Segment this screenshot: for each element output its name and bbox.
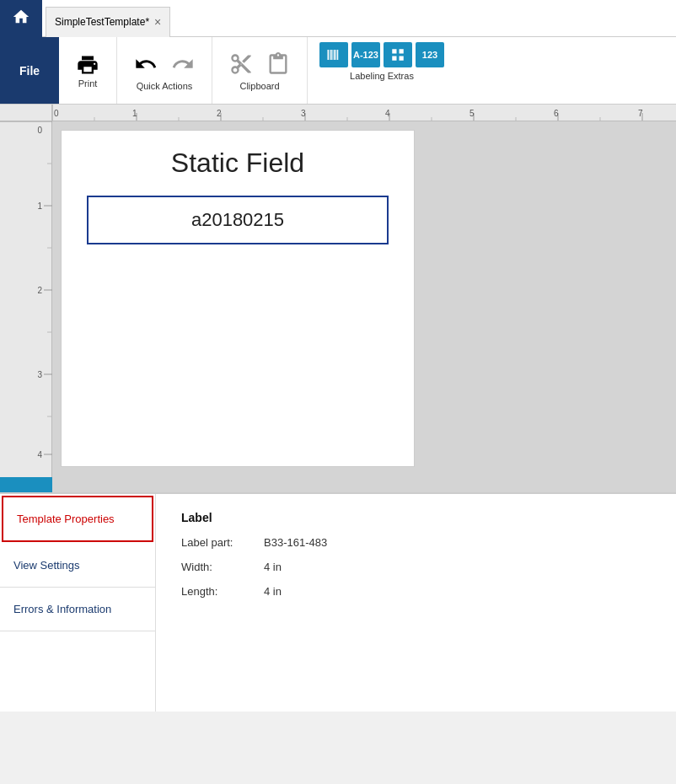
tab-close-button[interactable]: × xyxy=(154,15,161,29)
editor-area: 0 1 2 3 4 5 6 7 xyxy=(0,105,676,492)
tab-label: SimpleTestTemplate* xyxy=(55,16,149,28)
ruler-h-svg: 0 1 2 3 4 5 6 7 xyxy=(52,105,676,121)
label-part-row: Label part: B33-161-483 xyxy=(181,536,651,549)
extra-icon-3[interactable] xyxy=(384,42,412,67)
extra-icon-2[interactable]: A-123 xyxy=(351,42,380,67)
cut-icon xyxy=(229,52,253,76)
labeling-extras-label: Labeling Extras xyxy=(350,71,414,81)
redo-button[interactable] xyxy=(166,51,200,78)
grid-icon xyxy=(390,47,405,62)
quick-actions-group: Quick Actions xyxy=(117,37,212,104)
ribbon: File Print Quick Actions xyxy=(0,37,676,105)
sidebar-item-view-settings[interactable]: View Settings xyxy=(0,544,155,588)
horizontal-ruler: 0 1 2 3 4 5 6 7 xyxy=(52,105,676,121)
length-label: Length: xyxy=(181,585,257,598)
scroll-indicator xyxy=(0,477,52,492)
extra-icon-1[interactable] xyxy=(319,42,348,67)
bottom-panel: Template Properties View Settings Errors… xyxy=(0,492,676,712)
cut-button[interactable] xyxy=(224,51,258,78)
svg-text:2: 2 xyxy=(37,286,42,295)
redo-icon xyxy=(171,52,195,76)
vertical-ruler: 0 1 2 3 4 xyxy=(0,121,52,492)
view-settings-label: View Settings xyxy=(13,559,80,572)
svg-text:6: 6 xyxy=(554,109,559,118)
svg-text:7: 7 xyxy=(638,109,643,118)
extras-icons: A-123 123 xyxy=(319,42,444,67)
ruler-corner xyxy=(0,105,52,121)
file-menu-button[interactable]: File xyxy=(0,37,59,104)
canvas-main[interactable]: Static Field a20180215 xyxy=(52,121,676,492)
svg-text:0: 0 xyxy=(37,126,42,135)
barcode-list-icon xyxy=(326,47,341,62)
quick-actions-label: Quick Actions xyxy=(137,81,193,91)
extra-icon-4[interactable]: 123 xyxy=(416,42,444,67)
print-label: Print xyxy=(78,78,98,89)
template-properties-label: Template Properties xyxy=(17,513,115,525)
sidebar-item-template-properties[interactable]: Template Properties xyxy=(2,496,153,542)
document-tab[interactable]: SimpleTestTemplate* × xyxy=(46,7,170,37)
bottom-content: Label Label part: B33-161-483 Width: 4 i… xyxy=(156,494,676,712)
svg-text:4: 4 xyxy=(385,109,390,118)
svg-text:1: 1 xyxy=(37,201,42,211)
barcode-field[interactable]: a20180215 xyxy=(87,196,389,244)
svg-text:4: 4 xyxy=(37,450,42,459)
printer-icon xyxy=(76,53,99,77)
bottom-sidebar: Template Properties View Settings Errors… xyxy=(0,494,156,712)
label-canvas: Static Field a20180215 xyxy=(61,130,415,467)
clipboard-label: Clipboard xyxy=(239,81,279,91)
svg-text:2: 2 xyxy=(217,109,222,118)
svg-text:0: 0 xyxy=(54,109,59,118)
home-icon xyxy=(12,8,30,29)
section-title: Label xyxy=(181,511,651,524)
title-bar: SimpleTestTemplate* × xyxy=(0,0,676,37)
label-part-value: B33-161-483 xyxy=(264,536,327,549)
paste-button[interactable] xyxy=(261,51,295,78)
print-group: Print xyxy=(59,37,117,104)
extra-icon-2-label: A-123 xyxy=(353,50,378,60)
sidebar-item-errors-information[interactable]: Errors & Information xyxy=(0,588,155,631)
length-value: 4 in xyxy=(264,585,282,598)
errors-information-label: Errors & Information xyxy=(13,603,111,615)
width-value: 4 in xyxy=(264,561,282,573)
svg-text:1: 1 xyxy=(132,109,137,118)
undo-icon xyxy=(134,52,158,76)
clipboard-buttons xyxy=(224,51,295,78)
ruler-v-svg: 0 1 2 3 4 xyxy=(0,121,52,492)
home-button[interactable] xyxy=(0,0,42,37)
svg-text:3: 3 xyxy=(37,370,42,379)
svg-text:3: 3 xyxy=(301,109,306,118)
width-row: Width: 4 in xyxy=(181,561,651,573)
quick-actions-buttons xyxy=(129,51,200,78)
length-row: Length: 4 in xyxy=(181,585,651,598)
static-field-text: Static Field xyxy=(78,148,397,179)
paste-icon xyxy=(266,52,290,76)
svg-text:5: 5 xyxy=(469,109,475,118)
clipboard-group: Clipboard xyxy=(212,37,308,104)
extra-icon-4-label: 123 xyxy=(422,50,437,60)
undo-button[interactable] xyxy=(129,51,163,78)
canvas-row: 0 1 2 3 4 Static Field a201 xyxy=(0,121,676,492)
labeling-extras-group: A-123 123 Labeling Extras xyxy=(308,37,456,104)
print-button[interactable]: Print xyxy=(71,51,105,90)
ruler-row: 0 1 2 3 4 5 6 7 xyxy=(0,105,676,121)
label-part-label: Label part: xyxy=(181,536,257,549)
width-label: Width: xyxy=(181,561,257,573)
